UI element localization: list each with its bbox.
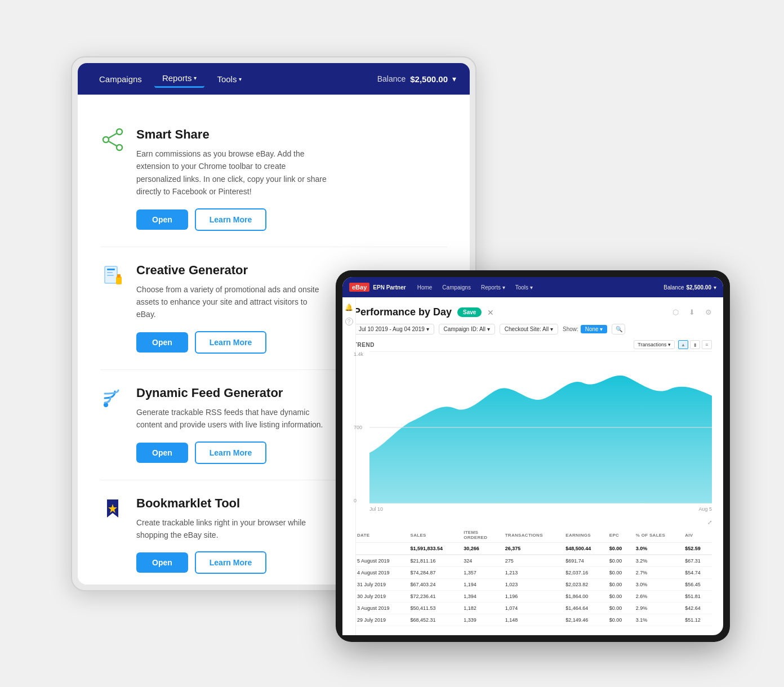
col-sales: SALES xyxy=(407,528,461,543)
svg-point-0 xyxy=(117,129,122,135)
tablet-screen: eBay EPN Partner Home Campaigns Reports … xyxy=(342,277,723,635)
sidebar-bell-icon[interactable]: 🔔 xyxy=(345,303,354,312)
ebay-logo: eBay xyxy=(349,283,369,292)
nav-tools-arrow: ▾ xyxy=(239,76,242,82)
svg-line-4 xyxy=(109,141,117,146)
table-expand-button[interactable]: ⤢ xyxy=(707,519,712,525)
chart-header: TREND Transactions ▾ ▲ ▮ ≡ xyxy=(354,340,712,349)
balance-dropdown-icon[interactable]: ▾ xyxy=(452,74,456,83)
nav-tools[interactable]: Tools ▾ xyxy=(209,71,250,87)
nav-reports[interactable]: Reports ▾ xyxy=(154,70,205,88)
col-items: ITEMSORDERED xyxy=(460,528,502,543)
date-range-filter[interactable]: Jul 10 2019 - Aug 04 2019 ▾ xyxy=(354,324,434,334)
bookmarklet-learn-button[interactable]: Learn More xyxy=(195,551,266,574)
smart-share-title: Smart Share xyxy=(136,127,447,142)
bookmarklet-desc: Create trackable links right in your bro… xyxy=(136,516,328,542)
tab-home[interactable]: Home xyxy=(414,283,436,292)
smart-share-open-button[interactable]: Open xyxy=(136,209,188,230)
bookmarklet-open-button[interactable]: Open xyxy=(136,552,188,573)
bookmarklet-icon-wrap xyxy=(100,496,125,521)
campaign-filter[interactable]: Campaign ID: All ▾ xyxy=(439,324,495,334)
smart-share-icon-wrap xyxy=(100,127,125,152)
area-chart-button[interactable]: ▲ xyxy=(678,340,688,349)
table-row: 30 July 2019$72,236.411,3941,196$1,864.0… xyxy=(354,591,712,603)
dynamic-feed-open-button[interactable]: Open xyxy=(136,443,188,463)
search-filter-icon[interactable]: 🔍 xyxy=(612,324,625,334)
scene: Campaigns Reports ▾ Tools ▾ Balance $2,5… xyxy=(54,34,730,653)
chart-x-labels: Jul 10 Aug 5 xyxy=(369,503,712,515)
svg-rect-6 xyxy=(107,269,115,270)
share-perf-icon[interactable]: ⬡ xyxy=(672,308,679,316)
share-icon xyxy=(100,127,125,152)
tablet-balance-arrow[interactable]: ▾ xyxy=(714,284,716,291)
chart-type-buttons: ▲ ▮ ≡ xyxy=(678,340,712,349)
tab-tools[interactable]: Tools ▾ xyxy=(512,283,536,292)
col-transactions: TRANSACTIONS xyxy=(502,528,563,543)
table-row: 3 August 2019$50,411.531,1821,074$1,464.… xyxy=(354,603,712,614)
table-row: 4 August 2019$74,284.871,3571,213$2,037.… xyxy=(354,567,712,579)
tablet-nav: eBay EPN Partner Home Campaigns Reports … xyxy=(342,277,723,297)
tablet-device: eBay EPN Partner Home Campaigns Reports … xyxy=(336,270,730,642)
dynamic-feed-desc: Generate trackable RSS feeds that have d… xyxy=(136,406,328,431)
svg-line-3 xyxy=(109,133,117,138)
svg-point-1 xyxy=(103,137,109,142)
bar-chart-button[interactable]: ▮ xyxy=(690,340,700,349)
data-table: DATE SALES ITEMSORDERED TRANSACTIONS EAR… xyxy=(354,528,712,626)
tool-smart-share: Smart Share Earn commissions as you brow… xyxy=(100,111,447,247)
table-toolbar: ⤢ xyxy=(354,519,712,525)
performance-title: Performance by Day xyxy=(354,306,452,318)
performance-header: Performance by Day Save ✕ ⬡ ⬇ ⚙ xyxy=(354,306,712,318)
main-nav: Campaigns Reports ▾ Tools ▾ Balance $2,5… xyxy=(78,63,470,95)
nav-reports-arrow: ▾ xyxy=(194,75,197,81)
smart-share-learn-button[interactable]: Learn More xyxy=(195,208,266,231)
nav-balance: Balance $2,500.00 ▾ xyxy=(377,74,456,84)
chart-controls: Transactions ▾ ▲ ▮ ≡ xyxy=(634,340,712,349)
svg-rect-9 xyxy=(116,276,122,284)
table-row: 5 August 2019$21,811.16324275$691.74$0.0… xyxy=(354,555,712,567)
svg-rect-7 xyxy=(107,272,113,273)
tablet-balance: Balance $2,500.00 ▾ xyxy=(663,284,716,291)
svg-point-2 xyxy=(117,145,122,150)
dynamic-feed-learn-button[interactable]: Learn More xyxy=(195,441,266,464)
trend-label: TREND xyxy=(354,342,375,348)
performance-table: ⤢ DATE SALES ITEMSORDERED TRANSACTIONS E… xyxy=(354,519,712,626)
bookmark-icon xyxy=(100,496,125,521)
performance-content: Performance by Day Save ✕ ⬡ ⬇ ⚙ Jul 10 2… xyxy=(342,297,723,635)
col-date: DATE xyxy=(354,528,407,543)
chart-y-labels: 1.4k 700 0 xyxy=(354,351,369,503)
show-none-button[interactable]: None ▾ xyxy=(581,325,608,333)
settings-perf-icon[interactable]: ⚙ xyxy=(705,308,712,316)
chart-wrapper: 1.4k 700 0 xyxy=(354,351,712,515)
smart-share-actions: Open Learn More xyxy=(136,208,447,231)
creative-generator-icon-wrap xyxy=(100,263,125,288)
checkout-filter[interactable]: Checkout Site: All ▾ xyxy=(500,324,558,334)
table-total-row: $1,591,833.5430,26626,375$48,500.44$0.00… xyxy=(354,543,712,555)
creative-generator-learn-button[interactable]: Learn More xyxy=(195,331,266,354)
creative-icon xyxy=(100,263,125,288)
smart-share-desc: Earn commissions as you browse eBay. Add… xyxy=(136,148,328,198)
sidebar-help-icon[interactable]: ? xyxy=(345,318,353,325)
col-epc: EPC xyxy=(606,528,632,543)
tab-campaigns[interactable]: Campaigns xyxy=(439,283,474,292)
download-perf-icon[interactable]: ⬇ xyxy=(689,308,695,316)
col-pct-sales: % OF SALES xyxy=(632,528,681,543)
metric-select[interactable]: Transactions ▾ xyxy=(634,340,675,349)
table-row: 29 July 2019$68,452.311,3391,148$2,149.4… xyxy=(354,614,712,626)
col-earnings: EARNINGS xyxy=(562,528,606,543)
performance-save-button[interactable]: Save xyxy=(457,307,482,317)
show-filter: Show: None ▾ xyxy=(563,325,607,333)
feed-icon xyxy=(100,386,125,411)
table-chart-button[interactable]: ≡ xyxy=(702,340,712,349)
col-aiv: AIV xyxy=(681,528,712,543)
creative-generator-open-button[interactable]: Open xyxy=(136,332,188,353)
table-row: 31 July 2019$67,403.241,1941,023$2,023.8… xyxy=(354,579,712,591)
svg-rect-8 xyxy=(107,275,114,276)
brand-label: EPN Partner xyxy=(373,284,406,291)
table-header-row: DATE SALES ITEMSORDERED TRANSACTIONS EAR… xyxy=(354,528,712,543)
dynamic-feed-icon-wrap xyxy=(100,386,125,411)
performance-filters: Jul 10 2019 - Aug 04 2019 ▾ Campaign ID:… xyxy=(354,324,712,334)
performance-close-button[interactable]: ✕ xyxy=(487,308,494,317)
chart-canvas xyxy=(369,351,712,503)
tab-reports[interactable]: Reports ▾ xyxy=(478,283,509,292)
nav-campaigns[interactable]: Campaigns xyxy=(91,71,150,87)
